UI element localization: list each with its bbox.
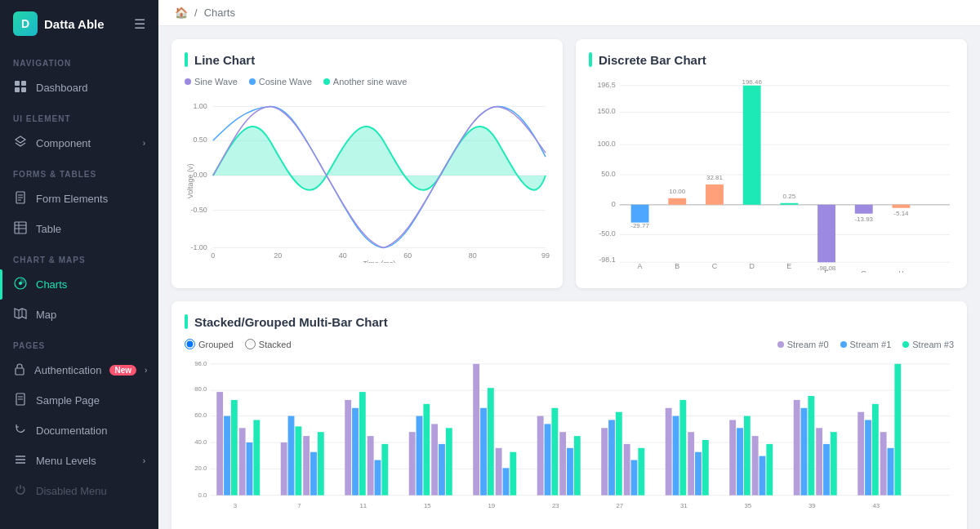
svg-rect-122 [608,420,615,495]
sidebar-item-form-elements[interactable]: Form Elements [0,184,158,214]
svg-rect-96 [318,432,324,496]
svg-rect-150 [894,364,901,496]
sidebar-item-component-label: Component [36,137,135,149]
sidebar-item-table[interactable]: Table [0,214,158,244]
svg-text:1.00: 1.00 [193,102,207,110]
sidebar-item-map[interactable]: Map [0,300,158,330]
legend-dot-stream0 [777,341,784,348]
stacked-label: Stacked [259,340,292,349]
svg-text:196.5: 196.5 [597,81,615,89]
svg-rect-135 [744,416,751,496]
svg-rect-130 [688,432,694,496]
svg-rect-94 [303,436,310,496]
svg-rect-138 [766,444,773,496]
svg-text:20.0: 20.0 [194,465,207,472]
svg-text:99: 99 [541,251,550,260]
sidebar-item-charts[interactable]: Charts [0,269,158,300]
svg-rect-114 [510,452,516,496]
grouped-radio[interactable] [185,339,195,349]
legend-dot-another [323,78,330,85]
svg-rect-111 [488,388,494,495]
stacked-radio[interactable] [245,339,256,349]
svg-text:Time (ms): Time (ms) [363,260,395,263]
svg-rect-131 [695,452,702,496]
sidebar-item-disabled-menu: Disabled Menu [0,476,158,506]
svg-rect-147 [872,404,879,496]
bar-C [706,184,724,205]
sidebar-item-dashboard[interactable]: Dashboard [0,73,158,103]
chevron-right-icon-menu: › [143,456,145,465]
svg-rect-116 [545,424,551,495]
sidebar-item-documentation-label: Documentation [36,425,145,437]
svg-rect-2 [15,87,20,92]
brand-name: Datta Able [44,17,105,31]
svg-text:0: 0 [612,200,616,208]
svg-rect-98 [352,408,359,496]
svg-rect-127 [666,408,672,496]
svg-text:G: G [861,269,866,273]
svg-text:196.46: 196.46 [742,78,763,86]
svg-text:15: 15 [424,502,431,509]
table-icon [13,221,28,237]
legend-label-cosine: Cosine Wave [259,77,312,87]
svg-text:60.0: 60.0 [194,411,207,419]
svg-text:0.25: 0.25 [783,193,796,200]
multibar-controls: Grouped Stacked [185,339,292,349]
svg-text:0.50: 0.50 [193,136,207,144]
svg-text:H: H [898,269,903,273]
svg-text:43: 43 [872,502,880,509]
lock-icon [13,362,26,378]
svg-rect-102 [381,444,388,496]
svg-text:C: C [712,262,718,270]
new-badge: New [109,365,136,376]
svg-rect-1 [21,81,26,86]
bar-chart-svg: 196.5 150.0 100.0 50.0 0 -50.0 -98.1 [589,77,954,273]
legend-another: Another sine wave [323,77,408,87]
svg-rect-125 [631,460,638,496]
svg-rect-115 [537,416,544,496]
svg-text:-29.77: -29.77 [630,222,649,229]
bar-A [631,205,649,223]
legend-label-stream3: Stream #3 [912,340,954,349]
svg-rect-148 [880,432,887,496]
sidebar-item-component[interactable]: Component › [0,128,158,158]
sidebar-item-sample-page[interactable]: Sample Page [0,385,158,416]
line-chart-title: Line Chart [185,52,550,67]
svg-rect-132 [702,440,709,496]
menu-icon [13,453,28,469]
svg-rect-137 [760,456,766,496]
legend-dot-sine [185,78,191,85]
stacked-radio-label[interactable]: Stacked [245,339,292,349]
grouped-radio-label[interactable]: Grouped [185,339,234,349]
sidebar-item-disabled-menu-label: Disabled Menu [36,485,145,497]
svg-rect-144 [831,432,837,496]
legend-dot-stream1 [840,341,847,348]
svg-text:19: 19 [488,502,495,509]
sidebar-item-documentation[interactable]: Documentation [0,416,158,446]
svg-text:-0.50: -0.50 [190,206,207,214]
hamburger-icon[interactable]: ☰ [134,16,145,32]
svg-text:150.0: 150.0 [597,108,615,116]
sidebar-item-authentication[interactable]: Authentication New › [0,355,158,385]
legend-sine: Sine Wave [185,77,238,87]
svg-rect-123 [616,412,622,496]
breadcrumb-separator: / [194,7,198,19]
bar-D [743,86,761,205]
sidebar-item-form-elements-label: Form Elements [36,193,145,205]
svg-rect-87 [231,400,238,496]
svg-text:50.0: 50.0 [601,170,615,178]
svg-rect-107 [439,444,445,496]
svg-rect-128 [673,416,679,496]
legend-label-another: Another sine wave [333,77,408,87]
sidebar-item-menu-levels-label: Menu Levels [36,455,135,467]
multibar-chart-card: Stacked/Grouped Multi-Bar Chart Grouped … [172,301,967,529]
svg-text:11: 11 [359,502,367,509]
svg-text:7: 7 [297,502,301,509]
svg-rect-124 [624,444,630,496]
svg-rect-109 [473,364,479,496]
svg-rect-140 [801,408,808,496]
multibar-chart-svg-container: 96.0 80.0 60.0 40.0 20.0 0.0 [185,354,954,528]
svg-rect-126 [638,448,644,496]
sidebar-item-menu-levels[interactable]: Menu Levels › [0,446,158,476]
svg-text:20: 20 [274,251,282,260]
